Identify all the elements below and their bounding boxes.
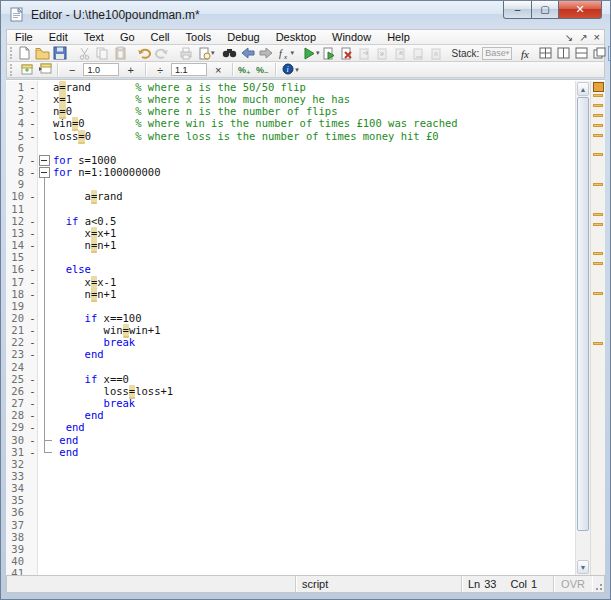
redo-icon[interactable] <box>153 46 171 61</box>
code-text[interactable] <box>53 458 575 470</box>
lint-warning-tick[interactable] <box>593 262 603 265</box>
code-text[interactable]: n=0 % where n is the number of flips <box>53 105 575 117</box>
code-text[interactable]: if x==0 <box>53 373 575 385</box>
close-button[interactable]: ✕ <box>559 1 602 19</box>
menu-edit[interactable]: Edit <box>41 31 76 43</box>
code-text[interactable]: end <box>53 446 575 458</box>
scrollbar-thumb[interactable] <box>577 97 589 531</box>
minimize-button[interactable]: – <box>503 1 532 19</box>
code-text[interactable]: n=n+1 <box>53 288 575 300</box>
find-icon[interactable] <box>221 46 239 61</box>
toolbar-grip[interactable] <box>10 47 12 59</box>
save-icon[interactable] <box>51 46 69 61</box>
code-line[interactable]: 9 <box>6 178 575 190</box>
code-text[interactable]: x=1 % where x is how much money he has <box>53 93 575 105</box>
code-text[interactable]: break <box>53 336 575 348</box>
code-lines[interactable]: 1-a=rand % where a is the 50/50 flip2-x=… <box>6 81 575 575</box>
code-text[interactable] <box>53 567 575 575</box>
code-text[interactable]: for n=1:100000000 <box>53 166 575 178</box>
breakpoints-icon[interactable] <box>428 46 446 61</box>
code-line[interactable]: 27- break <box>6 397 575 409</box>
lint-warning-tick[interactable] <box>593 94 603 97</box>
menu-debug[interactable]: Debug <box>219 31 267 43</box>
code-line[interactable]: 15 <box>6 251 575 263</box>
save-and-run-icon[interactable] <box>320 46 338 61</box>
title-bar[interactable]: Editor - U:\the100poundman.m* – ▢ ✕ <box>1 1 610 29</box>
code-line[interactable]: 26- loss=loss+1 <box>6 385 575 397</box>
paste-icon[interactable] <box>111 46 129 61</box>
lint-message-strip[interactable] <box>590 81 605 575</box>
maximize-button[interactable]: ▢ <box>532 1 559 19</box>
code-text[interactable]: loss=0 % where loss is the number of tim… <box>53 130 575 142</box>
code-line[interactable]: 37 <box>6 519 575 531</box>
close-document-icon[interactable]: × <box>594 31 600 43</box>
insert-function-caret[interactable]: ▾ <box>291 49 295 57</box>
code-line[interactable]: 4-win=0 % where win is the number of tim… <box>6 117 575 129</box>
print-icon[interactable] <box>177 46 195 61</box>
code-line[interactable]: 29- end <box>6 421 575 433</box>
code-line[interactable]: 14- n=n+1 <box>6 239 575 251</box>
exit-debug-icon[interactable] <box>338 46 356 61</box>
lint-warning-tick[interactable] <box>593 213 603 216</box>
lint-warning-tick[interactable] <box>593 342 603 345</box>
code-line[interactable]: 30- end <box>6 434 575 446</box>
scroll-up-button[interactable]: ▲ <box>577 82 589 96</box>
cell-value-field-2[interactable] <box>171 63 207 76</box>
code-line[interactable]: 17- x=x-1 <box>6 276 575 288</box>
tile-grid-icon[interactable] <box>536 46 554 61</box>
menu-tools[interactable]: Tools <box>178 31 220 43</box>
step-out-icon[interactable] <box>392 46 410 61</box>
resize-grip[interactable] <box>592 576 604 592</box>
code-text[interactable] <box>53 506 575 518</box>
tile-horizontal-icon[interactable] <box>572 46 590 61</box>
insert-cell-divider-icon[interactable] <box>36 62 54 77</box>
code-line[interactable]: 3-n=0 % where n is the number of flips <box>6 105 575 117</box>
lint-warning-tick[interactable] <box>593 183 603 186</box>
lint-warning-tick[interactable] <box>593 223 603 226</box>
publish-info-caret[interactable]: ▾ <box>295 66 299 74</box>
code-line[interactable]: 18- n=n+1 <box>6 288 575 300</box>
code-text[interactable]: a=rand % where a is the 50/50 flip <box>53 81 575 93</box>
cell-value-field-1[interactable] <box>83 63 119 76</box>
copy-icon[interactable] <box>93 46 111 61</box>
code-line[interactable]: 41 <box>6 567 575 575</box>
menu-text[interactable]: Text <box>76 31 112 43</box>
menu-file[interactable]: File <box>7 31 41 43</box>
scroll-down-button[interactable]: ▼ <box>577 560 589 574</box>
menu-cell[interactable]: Cell <box>143 31 178 43</box>
code-text[interactable] <box>53 251 575 263</box>
code-line[interactable]: 6 <box>6 142 575 154</box>
lint-warning-tick[interactable] <box>593 124 603 127</box>
multiply-button[interactable]: × <box>209 63 227 77</box>
code-text[interactable]: end <box>53 348 575 360</box>
run-to-cursor-icon[interactable] <box>410 46 428 61</box>
code-line[interactable]: 13- x=x+1 <box>6 227 575 239</box>
code-text[interactable]: end <box>53 409 575 421</box>
code-line[interactable]: 33 <box>6 470 575 482</box>
cell-toolbar-grip[interactable] <box>10 64 15 76</box>
code-line[interactable]: 12- if a<0.5 <box>6 215 575 227</box>
code-line[interactable]: 39 <box>6 543 575 555</box>
code-text[interactable]: break <box>53 397 575 409</box>
code-line[interactable]: 20- if x==100 <box>6 312 575 324</box>
comment-percent-minus-icon[interactable]: %− <box>254 62 272 77</box>
menu-desktop[interactable]: Desktop <box>268 31 324 43</box>
code-line[interactable]: 28- end <box>6 409 575 421</box>
open-file-icon[interactable] <box>33 46 51 61</box>
code-line[interactable]: 2-x=1 % where x is how much money he has <box>6 93 575 105</box>
code-text[interactable]: n=n+1 <box>53 239 575 251</box>
code-line[interactable]: 21- win=win+1 <box>6 324 575 336</box>
lint-warning-tick[interactable] <box>593 134 603 137</box>
code-line[interactable]: 40 <box>6 555 575 567</box>
menu-window[interactable]: Window <box>324 31 379 43</box>
code-text[interactable] <box>53 470 575 482</box>
code-line[interactable]: 22- break <box>6 336 575 348</box>
menu-help[interactable]: Help <box>379 31 418 43</box>
lint-warning-tick[interactable] <box>593 104 603 107</box>
code-text[interactable] <box>53 203 575 215</box>
code-line[interactable]: 36 <box>6 506 575 518</box>
code-fold-toggle-icon[interactable] <box>38 166 53 178</box>
code-text[interactable]: for s=1000 <box>53 154 575 166</box>
lint-warning-tick[interactable] <box>593 252 603 255</box>
code-line[interactable]: 5-loss=0 % where loss is the number of t… <box>6 130 575 142</box>
